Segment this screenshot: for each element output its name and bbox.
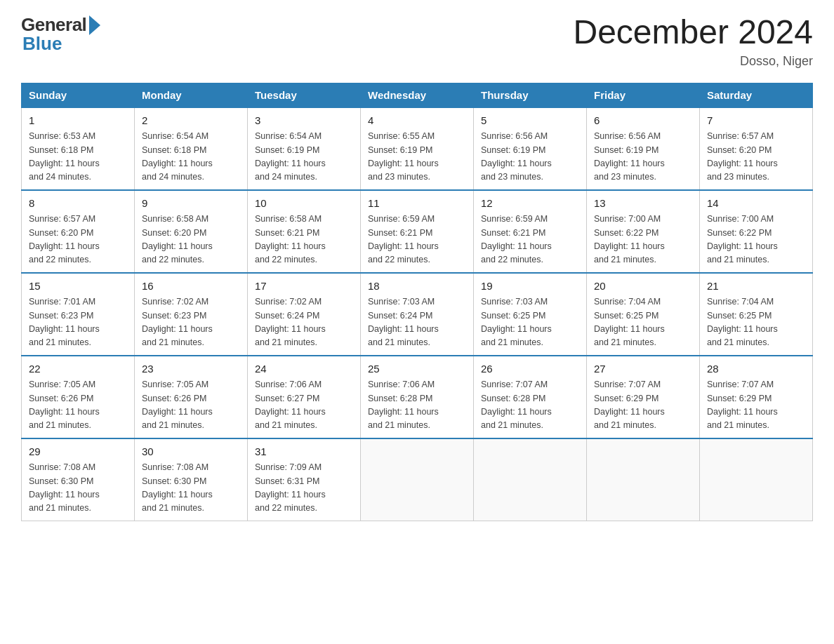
day-info: Sunrise: 7:07 AMSunset: 6:29 PMDaylight:… [707, 378, 805, 433]
calendar-day-cell: 25Sunrise: 7:06 AMSunset: 6:28 PMDayligh… [361, 356, 474, 438]
day-number: 24 [255, 361, 353, 377]
calendar-day-header-tuesday: Tuesday [248, 83, 361, 107]
logo-blue-text: Blue [22, 33, 62, 55]
day-number: 9 [142, 196, 240, 212]
calendar-day-cell: 9Sunrise: 6:58 AMSunset: 6:20 PMDaylight… [135, 190, 248, 273]
day-number: 30 [142, 444, 240, 460]
day-number: 2 [142, 113, 240, 129]
calendar-day-cell: 10Sunrise: 6:58 AMSunset: 6:21 PMDayligh… [248, 190, 361, 273]
day-info: Sunrise: 6:59 AMSunset: 6:21 PMDaylight:… [481, 213, 579, 267]
day-info: Sunrise: 7:03 AMSunset: 6:25 PMDaylight:… [481, 295, 579, 350]
day-info: Sunrise: 6:56 AMSunset: 6:19 PMDaylight:… [594, 130, 692, 185]
calendar-day-cell: 29Sunrise: 7:08 AMSunset: 6:30 PMDayligh… [22, 438, 135, 521]
day-number: 28 [707, 361, 805, 377]
calendar-week-row: 8Sunrise: 6:57 AMSunset: 6:20 PMDaylight… [22, 190, 813, 273]
day-number: 26 [481, 361, 579, 377]
day-info: Sunrise: 7:00 AMSunset: 6:22 PMDaylight:… [707, 213, 805, 267]
calendar-day-cell [361, 438, 474, 521]
day-number: 21 [707, 279, 805, 295]
calendar-day-cell: 4Sunrise: 6:55 AMSunset: 6:19 PMDaylight… [361, 107, 474, 190]
day-info: Sunrise: 6:53 AMSunset: 6:18 PMDaylight:… [29, 130, 127, 185]
calendar-day-cell: 13Sunrise: 7:00 AMSunset: 6:22 PMDayligh… [587, 190, 700, 273]
day-number: 17 [255, 279, 353, 295]
page-header: General Blue December 2024 Dosso, Niger [21, 14, 813, 69]
calendar-day-cell: 26Sunrise: 7:07 AMSunset: 6:28 PMDayligh… [474, 356, 587, 438]
calendar-day-header-thursday: Thursday [474, 83, 587, 107]
day-number: 11 [368, 196, 466, 212]
calendar-day-cell: 17Sunrise: 7:02 AMSunset: 6:24 PMDayligh… [248, 273, 361, 356]
day-info: Sunrise: 7:06 AMSunset: 6:28 PMDaylight:… [368, 378, 466, 433]
calendar-day-header-wednesday: Wednesday [361, 83, 474, 107]
calendar-week-row: 22Sunrise: 7:05 AMSunset: 6:26 PMDayligh… [22, 356, 813, 438]
calendar-day-cell: 16Sunrise: 7:02 AMSunset: 6:23 PMDayligh… [135, 273, 248, 356]
calendar-day-cell: 3Sunrise: 6:54 AMSunset: 6:19 PMDaylight… [248, 107, 361, 190]
day-info: Sunrise: 6:57 AMSunset: 6:20 PMDaylight:… [707, 130, 805, 185]
day-number: 4 [368, 113, 466, 129]
day-info: Sunrise: 7:04 AMSunset: 6:25 PMDaylight:… [594, 295, 692, 350]
day-number: 6 [594, 113, 692, 129]
title-section: December 2024 Dosso, Niger [573, 14, 813, 69]
day-number: 25 [368, 361, 466, 377]
day-info: Sunrise: 7:05 AMSunset: 6:26 PMDaylight:… [142, 378, 240, 433]
calendar-day-cell: 24Sunrise: 7:06 AMSunset: 6:27 PMDayligh… [248, 356, 361, 438]
day-info: Sunrise: 6:55 AMSunset: 6:19 PMDaylight:… [368, 130, 466, 185]
day-info: Sunrise: 6:58 AMSunset: 6:20 PMDaylight:… [142, 213, 240, 267]
day-info: Sunrise: 7:08 AMSunset: 6:30 PMDaylight:… [142, 461, 240, 516]
day-number: 5 [481, 113, 579, 129]
day-number: 15 [29, 279, 127, 295]
calendar-week-row: 29Sunrise: 7:08 AMSunset: 6:30 PMDayligh… [22, 438, 813, 521]
logo: General Blue [21, 14, 100, 55]
calendar-day-cell: 2Sunrise: 6:54 AMSunset: 6:18 PMDaylight… [135, 107, 248, 190]
calendar-day-header-monday: Monday [135, 83, 248, 107]
calendar-week-row: 1Sunrise: 6:53 AMSunset: 6:18 PMDaylight… [22, 107, 813, 190]
calendar-day-cell: 20Sunrise: 7:04 AMSunset: 6:25 PMDayligh… [587, 273, 700, 356]
calendar-day-cell [587, 438, 700, 521]
day-number: 20 [594, 279, 692, 295]
calendar-day-cell: 7Sunrise: 6:57 AMSunset: 6:20 PMDaylight… [700, 107, 813, 190]
calendar-day-cell: 27Sunrise: 7:07 AMSunset: 6:29 PMDayligh… [587, 356, 700, 438]
calendar-day-cell: 5Sunrise: 6:56 AMSunset: 6:19 PMDaylight… [474, 107, 587, 190]
calendar-table: SundayMondayTuesdayWednesdayThursdayFrid… [21, 83, 813, 521]
day-number: 19 [481, 279, 579, 295]
calendar-day-header-friday: Friday [587, 83, 700, 107]
day-number: 7 [707, 113, 805, 129]
logo-arrow-icon [89, 15, 100, 35]
calendar-day-cell: 11Sunrise: 6:59 AMSunset: 6:21 PMDayligh… [361, 190, 474, 273]
day-number: 3 [255, 113, 353, 129]
calendar-day-cell: 21Sunrise: 7:04 AMSunset: 6:25 PMDayligh… [700, 273, 813, 356]
calendar-day-cell: 31Sunrise: 7:09 AMSunset: 6:31 PMDayligh… [248, 438, 361, 521]
calendar-day-cell: 18Sunrise: 7:03 AMSunset: 6:24 PMDayligh… [361, 273, 474, 356]
calendar-day-cell: 8Sunrise: 6:57 AMSunset: 6:20 PMDaylight… [22, 190, 135, 273]
day-info: Sunrise: 7:05 AMSunset: 6:26 PMDaylight:… [29, 378, 127, 433]
day-number: 12 [481, 196, 579, 212]
calendar-header-row: SundayMondayTuesdayWednesdayThursdayFrid… [22, 83, 813, 107]
day-info: Sunrise: 7:01 AMSunset: 6:23 PMDaylight:… [29, 295, 127, 350]
day-info: Sunrise: 7:06 AMSunset: 6:27 PMDaylight:… [255, 378, 353, 433]
calendar-day-cell: 15Sunrise: 7:01 AMSunset: 6:23 PMDayligh… [22, 273, 135, 356]
calendar-day-cell: 22Sunrise: 7:05 AMSunset: 6:26 PMDayligh… [22, 356, 135, 438]
calendar-day-cell: 28Sunrise: 7:07 AMSunset: 6:29 PMDayligh… [700, 356, 813, 438]
day-number: 22 [29, 361, 127, 377]
day-number: 1 [29, 113, 127, 129]
calendar-day-cell: 14Sunrise: 7:00 AMSunset: 6:22 PMDayligh… [700, 190, 813, 273]
day-info: Sunrise: 7:02 AMSunset: 6:23 PMDaylight:… [142, 295, 240, 350]
day-info: Sunrise: 6:57 AMSunset: 6:20 PMDaylight:… [29, 213, 127, 267]
day-info: Sunrise: 7:04 AMSunset: 6:25 PMDaylight:… [707, 295, 805, 350]
day-info: Sunrise: 7:02 AMSunset: 6:24 PMDaylight:… [255, 295, 353, 350]
day-info: Sunrise: 7:08 AMSunset: 6:30 PMDaylight:… [29, 461, 127, 516]
calendar-day-header-saturday: Saturday [700, 83, 813, 107]
day-info: Sunrise: 6:59 AMSunset: 6:21 PMDaylight:… [368, 213, 466, 267]
day-number: 18 [368, 279, 466, 295]
calendar-day-cell: 19Sunrise: 7:03 AMSunset: 6:25 PMDayligh… [474, 273, 587, 356]
day-info: Sunrise: 7:03 AMSunset: 6:24 PMDaylight:… [368, 295, 466, 350]
calendar-day-cell: 23Sunrise: 7:05 AMSunset: 6:26 PMDayligh… [135, 356, 248, 438]
day-number: 16 [142, 279, 240, 295]
day-info: Sunrise: 7:09 AMSunset: 6:31 PMDaylight:… [255, 461, 353, 516]
day-info: Sunrise: 6:54 AMSunset: 6:18 PMDaylight:… [142, 130, 240, 185]
calendar-day-cell: 6Sunrise: 6:56 AMSunset: 6:19 PMDaylight… [587, 107, 700, 190]
calendar-day-header-sunday: Sunday [22, 83, 135, 107]
calendar-day-cell [474, 438, 587, 521]
calendar-week-row: 15Sunrise: 7:01 AMSunset: 6:23 PMDayligh… [22, 273, 813, 356]
day-info: Sunrise: 7:07 AMSunset: 6:28 PMDaylight:… [481, 378, 579, 433]
day-number: 23 [142, 361, 240, 377]
